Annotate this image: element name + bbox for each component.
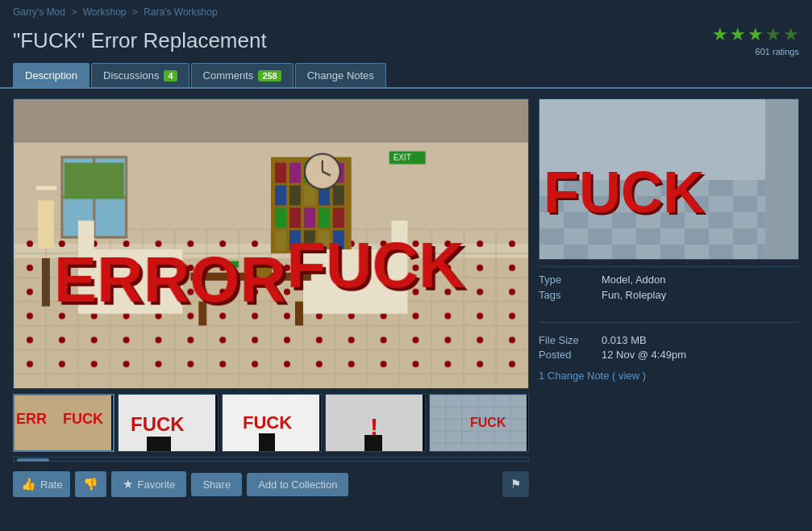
flag-button[interactable]: ⚑ (502, 471, 529, 497)
star-5: ★ (783, 24, 799, 45)
tabs-bar: Description Discussions 4 Comments 258 C… (0, 63, 812, 89)
star-3: ★ (747, 24, 764, 45)
rate-thumbup-button[interactable]: 👍 Rate (13, 471, 70, 497)
scroll-thumb (17, 458, 49, 462)
action-bar: 👍 Rate 👎 ★ Favorite Share Add to Collect… (13, 466, 529, 497)
meta-divider (539, 322, 799, 323)
filesize-label: File Size (539, 334, 595, 346)
thumbnail-3[interactable] (222, 394, 322, 452)
star-2: ★ (730, 24, 746, 45)
breadcrumb: Garry's Mod > Workshop > Rara's Workshop (0, 0, 812, 21)
breadcrumb-garrysmod[interactable]: Garry's Mod (13, 6, 65, 18)
thumbnail-4[interactable] (325, 394, 425, 452)
favorite-button[interactable]: ★ Favorite (111, 471, 186, 497)
main-image[interactable] (13, 98, 529, 389)
tab-change-notes[interactable]: Change Notes (295, 63, 386, 87)
tags-row: Tags Fun, Roleplay (539, 289, 799, 301)
rate-thumbdown-button[interactable]: 👎 (75, 471, 106, 497)
main-content: 👍 Rate 👎 ★ Favorite Share Add to Collect… (0, 89, 812, 507)
share-button[interactable]: Share (191, 473, 242, 496)
rating-area: ★ ★ ★ ★ ★ 601 ratings (712, 24, 799, 56)
main-image-canvas (14, 99, 528, 388)
change-note-view-link[interactable]: ( view ) (612, 370, 646, 382)
tags-value: Fun, Roleplay (602, 289, 666, 301)
right-panel: Type Model, Addon Tags Fun, Roleplay Fil… (539, 98, 799, 497)
posted-row: Posted 12 Nov @ 4:49pm (539, 349, 799, 361)
favorite-icon: ★ (123, 477, 133, 491)
left-panel: 👍 Rate 👎 ★ Favorite Share Add to Collect… (13, 98, 529, 497)
tab-description[interactable]: Description (13, 63, 90, 87)
thumbnails-row (13, 394, 529, 452)
type-row: Type Model, Addon (539, 274, 799, 286)
add-to-collection-button[interactable]: Add to Collection (247, 473, 348, 496)
tab-discussions[interactable]: Discussions 4 (91, 63, 189, 87)
star-1: ★ (712, 24, 728, 45)
flag-icon: ⚑ (510, 477, 521, 491)
filesize-row: File Size 0.013 MB (539, 334, 799, 346)
title-area: "FUCK" Error Replacement ★ ★ ★ ★ ★ 601 r… (0, 21, 812, 63)
thumbnail-2[interactable] (118, 394, 218, 452)
file-metadata: File Size 0.013 MB Posted 12 Nov @ 4:49p… (539, 334, 799, 363)
tab-comments[interactable]: Comments 258 (191, 63, 294, 87)
breadcrumb-sep-2: > (132, 6, 138, 18)
star-4: ★ (765, 24, 781, 45)
type-label: Type (539, 274, 595, 286)
thumbnail-5[interactable] (429, 394, 529, 452)
posted-label: Posted (539, 349, 595, 361)
page-title: "FUCK" Error Replacement (13, 28, 267, 53)
preview-image[interactable] (539, 98, 799, 260)
change-note-section[interactable]: 1 Change Note ( view ) (539, 370, 799, 382)
preview-canvas (539, 99, 765, 260)
breadcrumb-workshop[interactable]: Workshop (83, 6, 127, 18)
posted-value: 12 Nov @ 4:49pm (602, 349, 686, 361)
comments-badge: 258 (258, 70, 281, 82)
thumbnail-1[interactable] (13, 394, 115, 452)
rating-count: 601 ratings (756, 47, 799, 56)
type-value: Model, Addon (602, 274, 666, 286)
breadcrumb-sep-1: > (71, 6, 77, 18)
type-tags-section: Type Model, Addon Tags Fun, Roleplay (539, 266, 799, 311)
discussions-badge: 4 (164, 70, 177, 82)
breadcrumb-raras-workshop[interactable]: Rara's Workshop (144, 6, 217, 18)
tags-label: Tags (539, 289, 595, 301)
scroll-indicator[interactable] (13, 457, 529, 462)
filesize-value: 0.013 MB (602, 334, 647, 346)
star-rating: ★ ★ ★ ★ ★ (712, 24, 799, 45)
thumbdown-icon: 👎 (83, 477, 98, 491)
thumbup-icon: 👍 (21, 477, 36, 491)
change-note-text: 1 Change Note (539, 370, 609, 382)
